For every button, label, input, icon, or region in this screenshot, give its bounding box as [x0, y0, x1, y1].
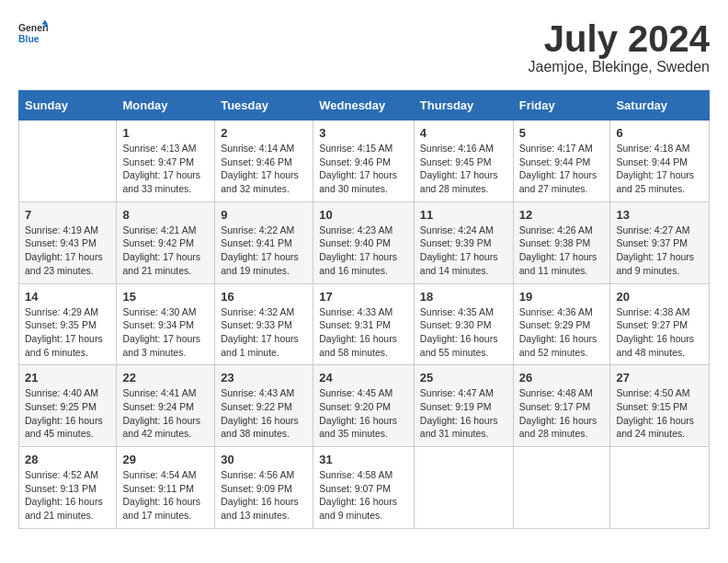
day-header-friday: Friday: [513, 91, 610, 121]
calendar-cell: 20Sunrise: 4:38 AMSunset: 9:27 PMDayligh…: [610, 283, 710, 365]
day-info: Sunrise: 4:30 AMSunset: 9:34 PMDaylight:…: [122, 305, 209, 360]
week-row-5: 28Sunrise: 4:52 AMSunset: 9:13 PMDayligh…: [19, 447, 710, 529]
calendar-cell: 18Sunrise: 4:35 AMSunset: 9:30 PMDayligh…: [414, 283, 513, 365]
day-info: Sunrise: 4:56 AMSunset: 9:09 PMDaylight:…: [221, 468, 307, 523]
day-info: Sunrise: 4:47 AMSunset: 9:19 PMDaylight:…: [420, 386, 507, 441]
day-number: 13: [616, 208, 703, 222]
calendar-cell: 19Sunrise: 4:36 AMSunset: 9:29 PMDayligh…: [513, 283, 610, 365]
day-header-saturday: Saturday: [610, 91, 710, 121]
day-number: 24: [319, 371, 408, 385]
day-info: Sunrise: 4:13 AMSunset: 9:47 PMDaylight:…: [122, 142, 209, 196]
day-header-sunday: Sunday: [19, 91, 117, 121]
day-number: 15: [122, 290, 209, 304]
location-title: Jaemjoe, Blekinge, Sweden: [529, 59, 710, 75]
day-info: Sunrise: 4:41 AMSunset: 9:24 PMDaylight:…: [122, 386, 209, 441]
day-number: 1: [122, 126, 209, 140]
calendar-cell: 6Sunrise: 4:18 AMSunset: 9:44 PMDaylight…: [610, 121, 710, 202]
day-number: 31: [319, 453, 408, 466]
day-info: Sunrise: 4:32 AMSunset: 9:33 PMDaylight:…: [221, 305, 307, 360]
day-header-thursday: Thursday: [414, 91, 513, 121]
week-row-1: 1Sunrise: 4:13 AMSunset: 9:47 PMDaylight…: [19, 121, 710, 202]
day-header-monday: Monday: [117, 91, 215, 121]
svg-text:General: General: [18, 23, 48, 33]
calendar-cell: 26Sunrise: 4:48 AMSunset: 9:17 PMDayligh…: [513, 365, 610, 447]
day-info: Sunrise: 4:24 AMSunset: 9:39 PMDaylight:…: [420, 224, 507, 278]
title-block: July 2024 Jaemjoe, Blekinge, Sweden: [529, 18, 710, 75]
day-info: Sunrise: 4:33 AMSunset: 9:31 PMDaylight:…: [319, 305, 408, 360]
calendar-cell: 8Sunrise: 4:21 AMSunset: 9:42 PMDaylight…: [117, 201, 215, 283]
calendar-cell: 2Sunrise: 4:14 AMSunset: 9:46 PMDaylight…: [215, 121, 313, 202]
day-number: 6: [616, 126, 703, 140]
calendar-cell: 4Sunrise: 4:16 AMSunset: 9:45 PMDaylight…: [414, 121, 513, 202]
day-header-wednesday: Wednesday: [313, 91, 415, 121]
calendar-cell: [19, 121, 117, 202]
calendar-cell: 9Sunrise: 4:22 AMSunset: 9:41 PMDaylight…: [215, 201, 313, 283]
day-info: Sunrise: 4:21 AMSunset: 9:42 PMDaylight:…: [122, 224, 209, 278]
day-number: 20: [616, 290, 703, 304]
calendar-cell: [513, 447, 610, 529]
calendar-cell: 11Sunrise: 4:24 AMSunset: 9:39 PMDayligh…: [414, 201, 513, 283]
day-info: Sunrise: 4:18 AMSunset: 9:44 PMDaylight:…: [616, 142, 703, 196]
day-info: Sunrise: 4:26 AMSunset: 9:38 PMDaylight:…: [519, 224, 605, 278]
calendar-cell: 23Sunrise: 4:43 AMSunset: 9:22 PMDayligh…: [215, 365, 313, 447]
day-number: 19: [519, 290, 605, 304]
calendar-cell: 29Sunrise: 4:54 AMSunset: 9:11 PMDayligh…: [117, 447, 215, 529]
day-number: 8: [122, 208, 209, 222]
day-info: Sunrise: 4:40 AMSunset: 9:25 PMDaylight:…: [25, 386, 110, 441]
day-number: 9: [221, 208, 307, 222]
svg-text:Blue: Blue: [18, 34, 40, 44]
day-number: 2: [221, 126, 307, 140]
day-info: Sunrise: 4:50 AMSunset: 9:15 PMDaylight:…: [616, 386, 703, 441]
day-info: Sunrise: 4:48 AMSunset: 9:17 PMDaylight:…: [519, 386, 605, 441]
day-header-tuesday: Tuesday: [215, 91, 313, 121]
day-number: 17: [319, 290, 408, 304]
day-number: 4: [420, 126, 507, 140]
calendar-table: SundayMondayTuesdayWednesdayThursdayFrid…: [18, 90, 710, 529]
week-row-3: 14Sunrise: 4:29 AMSunset: 9:35 PMDayligh…: [19, 283, 710, 365]
day-info: Sunrise: 4:35 AMSunset: 9:30 PMDaylight:…: [420, 305, 507, 360]
day-info: Sunrise: 4:58 AMSunset: 9:07 PMDaylight:…: [319, 468, 408, 523]
day-number: 30: [221, 453, 307, 466]
day-info: Sunrise: 4:43 AMSunset: 9:22 PMDaylight:…: [221, 386, 307, 441]
day-number: 22: [122, 371, 209, 385]
calendar-cell: 14Sunrise: 4:29 AMSunset: 9:35 PMDayligh…: [19, 283, 117, 365]
day-number: 5: [519, 126, 605, 140]
day-number: 25: [420, 371, 507, 385]
day-info: Sunrise: 4:23 AMSunset: 9:40 PMDaylight:…: [319, 224, 408, 278]
calendar-cell: 13Sunrise: 4:27 AMSunset: 9:37 PMDayligh…: [610, 201, 710, 283]
calendar-cell: 5Sunrise: 4:17 AMSunset: 9:44 PMDaylight…: [513, 121, 610, 202]
day-info: Sunrise: 4:45 AMSunset: 9:20 PMDaylight:…: [319, 386, 408, 441]
day-info: Sunrise: 4:52 AMSunset: 9:13 PMDaylight:…: [25, 468, 110, 523]
calendar-cell: 25Sunrise: 4:47 AMSunset: 9:19 PMDayligh…: [414, 365, 513, 447]
calendar-cell: 16Sunrise: 4:32 AMSunset: 9:33 PMDayligh…: [215, 283, 313, 365]
day-number: 18: [420, 290, 507, 304]
calendar-cell: 28Sunrise: 4:52 AMSunset: 9:13 PMDayligh…: [19, 447, 117, 529]
day-number: 23: [221, 371, 307, 385]
day-info: Sunrise: 4:15 AMSunset: 9:46 PMDaylight:…: [319, 142, 408, 196]
day-number: 21: [25, 371, 110, 385]
day-info: Sunrise: 4:36 AMSunset: 9:29 PMDaylight:…: [519, 305, 605, 360]
calendar-cell: 10Sunrise: 4:23 AMSunset: 9:40 PMDayligh…: [313, 201, 415, 283]
day-info: Sunrise: 4:22 AMSunset: 9:41 PMDaylight:…: [221, 224, 307, 278]
logo-icon: General Blue: [18, 18, 48, 48]
day-number: 10: [319, 208, 408, 222]
day-info: Sunrise: 4:38 AMSunset: 9:27 PMDaylight:…: [616, 305, 703, 360]
week-row-2: 7Sunrise: 4:19 AMSunset: 9:43 PMDaylight…: [19, 201, 710, 283]
day-number: 3: [319, 126, 408, 140]
calendar-cell: 1Sunrise: 4:13 AMSunset: 9:47 PMDaylight…: [117, 121, 215, 202]
page-header: General Blue July 2024 Jaemjoe, Blekinge…: [18, 18, 710, 75]
logo: General Blue: [18, 18, 48, 48]
day-number: 7: [25, 208, 110, 222]
day-info: Sunrise: 4:17 AMSunset: 9:44 PMDaylight:…: [519, 142, 605, 196]
day-info: Sunrise: 4:27 AMSunset: 9:37 PMDaylight:…: [616, 224, 703, 278]
calendar-cell: 3Sunrise: 4:15 AMSunset: 9:46 PMDaylight…: [313, 121, 415, 202]
svg-marker-2: [42, 20, 48, 25]
calendar-cell: 22Sunrise: 4:41 AMSunset: 9:24 PMDayligh…: [117, 365, 215, 447]
calendar-cell: 21Sunrise: 4:40 AMSunset: 9:25 PMDayligh…: [19, 365, 117, 447]
calendar-cell: [414, 447, 513, 529]
calendar-cell: [610, 447, 710, 529]
calendar-cell: 24Sunrise: 4:45 AMSunset: 9:20 PMDayligh…: [313, 365, 415, 447]
calendar-cell: 17Sunrise: 4:33 AMSunset: 9:31 PMDayligh…: [313, 283, 415, 365]
calendar-body: 1Sunrise: 4:13 AMSunset: 9:47 PMDaylight…: [19, 121, 710, 529]
calendar-cell: 7Sunrise: 4:19 AMSunset: 9:43 PMDaylight…: [19, 201, 117, 283]
